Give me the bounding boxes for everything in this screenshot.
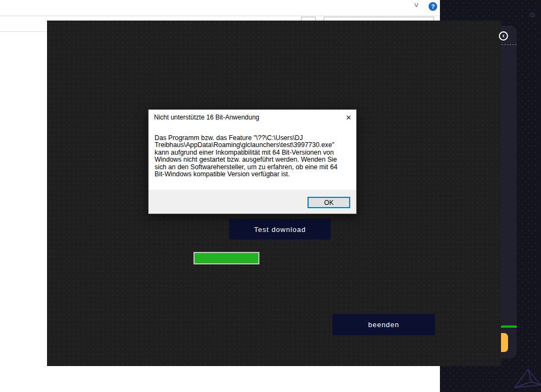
toolbar-divider bbox=[0, 16, 440, 16]
gear-icon[interactable]: ⚙ bbox=[529, 11, 536, 19]
app-window: Test download beenden Nicht unterstützte… bbox=[47, 21, 501, 366]
dialog-title: Nicht unterstützte 16 Bit-Anwendung bbox=[154, 114, 259, 121]
close-icon[interactable]: ✕ bbox=[344, 112, 353, 122]
circle-chevron-glyph: ‹ bbox=[503, 32, 505, 39]
error-dialog: Nicht unterstützte 16 Bit-Anwendung ✕ Da… bbox=[148, 109, 357, 214]
quit-button[interactable]: beenden bbox=[332, 314, 435, 335]
progress-fill bbox=[195, 253, 258, 263]
dialog-message: Das Programm bzw. das Feature "\??\C:\Us… bbox=[155, 135, 345, 178]
help-icon[interactable]: ? bbox=[429, 2, 437, 11]
progress-bar bbox=[193, 252, 259, 264]
triangle-logo bbox=[512, 367, 541, 392]
ok-button[interactable]: OK bbox=[308, 197, 350, 208]
test-download-button[interactable]: Test download bbox=[229, 219, 331, 240]
circle-chevron-icon[interactable]: ‹ bbox=[499, 31, 508, 41]
chevron-down-icon[interactable]: ˅ bbox=[414, 1, 419, 10]
desktop: ⚙ ˅ ? Test download beenden Nicht unters… bbox=[0, 0, 541, 392]
